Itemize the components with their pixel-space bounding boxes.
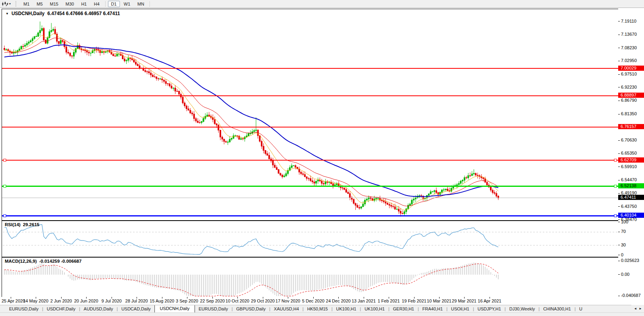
rsi-value: 29.2615 [23, 222, 40, 227]
price-tick [618, 219, 620, 220]
timeframe-button-h1[interactable]: H1 [78, 1, 90, 7]
chart-tab-eurusd[interactable]: EURUSD,Daily [195, 306, 231, 312]
rsi-chart[interactable] [2, 221, 619, 257]
timeframe-button-w1[interactable]: W1 [121, 1, 134, 7]
tab-scroll-arrows: ◄ ► [631, 305, 644, 312]
ohlc-values: 6.47454 6.47666 6.46957 6.47411 [47, 11, 120, 16]
price-level-tag[interactable]: 6.52138 [618, 183, 644, 188]
line-handle[interactable] [614, 185, 617, 187]
price-tick [618, 21, 620, 21]
price-tick [618, 101, 620, 101]
chart-tab-usdcad[interactable]: USDCAD,Daily [118, 306, 154, 312]
rsi-name: RSI(14) [5, 222, 21, 227]
chart-tab-xauusd[interactable]: XAUUSD,H4 [270, 306, 303, 312]
price-tick-label: 7.13670 [621, 32, 637, 37]
rsi-indicator-panel[interactable]: RSI(14) 29.2615 [2, 221, 619, 257]
chart-tab-u[interactable]: U [576, 306, 586, 312]
chart-tab-usoil[interactable]: USOil,H1 [447, 306, 473, 312]
timeframe-button-d1[interactable]: D1 [108, 1, 120, 7]
chart-tab-china300[interactable]: CHINA300,H1 [540, 306, 575, 312]
price-tick-label: 7.02950 [621, 58, 637, 63]
chart-tab-fra40[interactable]: FRA40,H1 [419, 306, 446, 312]
chart-tab-audusd[interactable]: AUDUSD,Daily [80, 306, 117, 312]
rsi-tick-label: 100 [621, 219, 628, 225]
price-tick [618, 153, 620, 154]
macd-tick [618, 274, 620, 275]
timeframe-button-m15[interactable]: M15 [47, 1, 62, 7]
chevron-down-icon[interactable]: ▾ [9, 2, 11, 6]
price-tick-label: 6.97510 [621, 72, 637, 77]
price-level-tag[interactable]: 6.47411 [618, 195, 644, 200]
price-tick-label: 6.65350 [621, 151, 637, 156]
macd-tick-label: 0.00 [621, 272, 629, 277]
chart-tab-usdcnh[interactable]: USDCNH,Daily [154, 305, 195, 312]
line-handle[interactable] [4, 215, 6, 217]
price-tick-label: 6.59910 [621, 164, 637, 169]
chart-tab-hk50[interactable]: HK50,M15 [304, 306, 332, 312]
timeframe-button-m5[interactable]: M5 [33, 1, 46, 7]
price-tick-label: 7.08230 [621, 45, 637, 50]
chart-tab-usdjpy[interactable]: USDJPY,H1 [474, 306, 505, 312]
symbol-dropdown-icon[interactable]: ▼ [6, 12, 9, 16]
price-level-tag[interactable]: 6.88897 [618, 93, 644, 98]
timeframe-button-mn[interactable]: MN [134, 1, 147, 7]
macd-indicator-panel[interactable]: MACD(12,26,9) -0.014259 -0.006687 [2, 257, 619, 297]
macd-tick [618, 296, 620, 296]
chart-tab-ger30[interactable]: GER30,H1 [389, 306, 418, 312]
macd-chart[interactable] [2, 258, 619, 297]
rsi-label: RSI(14) 29.2615 [5, 222, 39, 227]
timeframe-toolbar: ▾ M1M5M15M30H1H4D1W1MN [0, 0, 644, 8]
macd-name: MACD(12,26,9) [5, 259, 37, 264]
date-axis[interactable]: 25 Apr 202014 May 20202 Jun 202020 Jun 2… [0, 297, 618, 305]
candlestick-chart[interactable] [2, 9, 619, 220]
macd-signal-line [4, 264, 498, 296]
line-handle[interactable] [614, 159, 617, 161]
rsi-tick-label: 70 [621, 229, 626, 234]
macd-label: MACD(12,26,9) -0.014259 -0.006687 [5, 259, 81, 264]
line-handle[interactable] [614, 215, 617, 217]
chart-tab-gbpusd[interactable]: GBPUSD,Daily [233, 306, 269, 312]
price-level-tag[interactable]: 7.00029 [618, 66, 644, 71]
timeframe-button-m30[interactable]: M30 [62, 1, 77, 7]
toolbar-divider [150, 1, 150, 7]
price-tick [618, 87, 620, 87]
chart-cursor-icon[interactable] [2, 1, 8, 7]
chart-tab-uk100[interactable]: UK100,H1 [333, 306, 360, 312]
chart-tab-dj30[interactable]: DJ30,Weekly [506, 306, 539, 312]
tab-scroll-right-icon[interactable]: ► [639, 307, 642, 310]
price-tick-label: 6.86790 [621, 98, 637, 103]
chart-tab-usdchf[interactable]: USDCHF,Daily [43, 306, 79, 312]
moving-average-line-8[interactable] [4, 34, 498, 210]
macd-tick-label: -0.040687 [621, 293, 641, 298]
price-tick [618, 74, 620, 75]
line-handle[interactable] [4, 159, 6, 161]
line-handle[interactable] [4, 185, 6, 187]
price-tick-label: 7.19110 [621, 19, 636, 24]
price-tick-label: 6.54470 [621, 177, 637, 182]
timeframe-button-h4[interactable]: H4 [91, 1, 102, 7]
mt4-window: ▾ M1M5M15M30H1H4D1W1MN ▼ USDCNH,Daily 6.… [0, 0, 644, 316]
price-level-tag[interactable]: 6.40104 [618, 213, 644, 218]
moving-average-line-50[interactable] [4, 45, 498, 197]
timeframe-button-m1[interactable]: M1 [20, 1, 33, 7]
price-tick [618, 61, 620, 61]
symbol-period-label: USDCNH,Daily [12, 11, 44, 16]
toolbar-grip[interactable] [15, 1, 16, 6]
chart-tab-uk100[interactable]: UK100,H1 [361, 306, 388, 312]
price-tick [618, 180, 620, 180]
price-axis[interactable]: 7.191107.136707.082307.029506.975106.922… [618, 8, 644, 305]
price-chart-panel[interactable]: ▼ USDCNH,Daily 6.47454 6.47666 6.46957 6… [2, 9, 619, 221]
tab-scroll-left-icon[interactable]: ◄ [634, 307, 637, 310]
timeframe-buttons: M1M5M15M30H1H4D1W1MN [20, 1, 152, 7]
price-tick-label: 6.70630 [621, 138, 637, 143]
price-tick [618, 193, 620, 194]
status-bar [0, 312, 644, 316]
moving-average-line-20[interactable] [4, 38, 498, 206]
rsi-tick [618, 245, 620, 245]
chart-tab-eurusd[interactable]: EURUSD,Daily [6, 306, 42, 312]
rsi-tick [618, 232, 620, 232]
price-tick-label: 6.43750 [621, 204, 637, 209]
price-level-tag[interactable]: 6.62709 [618, 157, 644, 163]
price-level-tag[interactable]: 6.76157 [618, 124, 644, 129]
price-tick [618, 140, 620, 141]
